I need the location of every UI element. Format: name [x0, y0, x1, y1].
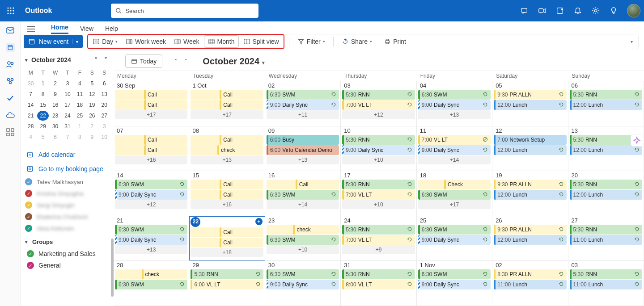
onedrive-icon[interactable]: [6, 111, 15, 120]
settings-gear-icon[interactable]: [591, 6, 600, 15]
mini-day[interactable]: 7: [25, 89, 36, 99]
mini-day[interactable]: 27: [99, 111, 110, 121]
calendar-event[interactable]: 12:00Lunch: [494, 190, 566, 200]
day-cell[interactable]: 026:30SWM9:00Daily Sync+11: [265, 81, 341, 126]
mini-day[interactable]: 10: [99, 132, 110, 142]
calendar-event[interactable]: Call: [115, 135, 187, 145]
calendar-event[interactable]: 12:00Lunch: [570, 145, 642, 155]
day-cell[interactable]: 22+CallCall+18: [189, 216, 265, 261]
calendar-event[interactable]: Call: [115, 100, 187, 110]
mini-day[interactable]: 25: [74, 111, 85, 121]
day-cell[interactable]: 035:30RNN7:00VL LT+12: [341, 81, 416, 126]
day-cell[interactable]: 30 SepCallCall+17: [114, 81, 189, 126]
mini-calendar[interactable]: MTWTFSS 30123456789101112131415161718192…: [24, 67, 111, 143]
calendar-event[interactable]: 6:30SWM: [418, 225, 491, 235]
calendar-event[interactable]: 7:00VL LT: [342, 190, 415, 200]
more-events-button[interactable]: +17: [191, 110, 263, 119]
calendar-event[interactable]: 6:30SWM: [418, 90, 491, 100]
calendar-event[interactable]: 11:00Lunch: [494, 280, 566, 289]
filter-button[interactable]: Filter ▾: [294, 35, 329, 48]
mini-day[interactable]: 12: [86, 89, 97, 99]
more-events-button[interactable]: +14: [267, 200, 339, 209]
calendar-event[interactable]: 9:30PR ALLN: [494, 180, 566, 189]
calendar-event[interactable]: 6:00VL LT: [191, 280, 263, 289]
calendar-event[interactable]: 9:00Daily Sync: [342, 145, 415, 155]
mini-day[interactable]: 3: [62, 79, 73, 88]
calendar-event[interactable]: 5:30RNN: [570, 269, 642, 279]
calendar-event[interactable]: 6:30SWM: [418, 269, 491, 279]
calendar-event[interactable]: Call: [191, 90, 263, 100]
calendar-event[interactable]: 6:00Virto Calendar Demo: [267, 145, 339, 155]
day-cell[interactable]: 216:30SWM9:00Daily Sync+13: [114, 216, 189, 261]
calendar-event[interactable]: 9:00Daily Sync: [418, 235, 491, 245]
mini-day[interactable]: 21: [25, 111, 36, 121]
calendar-event[interactable]: 9:00Daily Sync: [418, 280, 491, 289]
people-icon[interactable]: [6, 60, 15, 69]
search-input[interactable]: Search: [111, 4, 258, 18]
calendar-event[interactable]: 6:30SWM: [115, 180, 187, 189]
mini-day[interactable]: 4: [74, 79, 85, 88]
month-view-button[interactable]: Month: [204, 35, 239, 48]
day-cell[interactable]: 135:30RNN12:00Lunch: [568, 126, 644, 171]
more-events-button[interactable]: +10: [267, 245, 339, 254]
calendar-event[interactable]: 5:30RNN: [342, 180, 415, 189]
calendar-event[interactable]: 9:00Daily Sync: [418, 100, 491, 110]
more-events-button[interactable]: +10: [342, 155, 415, 164]
calendar-event[interactable]: 12:00Lunch: [494, 100, 566, 110]
mini-day[interactable]: 13: [99, 89, 110, 99]
calendar-event[interactable]: Call: [191, 190, 263, 200]
more-events-button[interactable]: +18: [191, 248, 263, 257]
calendar-event[interactable]: check: [267, 225, 339, 235]
chevron-down-icon[interactable]: ▾: [72, 39, 78, 44]
mini-day[interactable]: 16: [50, 100, 61, 110]
workweek-view-button[interactable]: Work week: [122, 35, 169, 48]
account-avatar[interactable]: [627, 4, 640, 17]
calendar-event[interactable]: check: [115, 269, 187, 279]
calendar-event[interactable]: 5:30RNN: [342, 269, 415, 279]
mini-day[interactable]: 3: [99, 122, 110, 131]
teams-chat-icon[interactable]: [520, 6, 529, 15]
mini-day[interactable]: 9: [50, 89, 61, 99]
calendar-owner-item[interactable]: Tatev Malkhasyan: [24, 176, 111, 188]
day-cell[interactable]: 23check6:30SWM+10: [265, 216, 341, 261]
notifications-icon[interactable]: [573, 6, 582, 15]
calendar-event[interactable]: 7:00VL LT: [342, 100, 415, 110]
calendar-owner-item[interactable]: Alisa Kettunen: [24, 222, 111, 234]
meet-now-icon[interactable]: [538, 6, 547, 15]
day-cell[interactable]: 18Check6:30SWM+17: [417, 171, 492, 216]
groups-icon[interactable]: [6, 77, 15, 86]
print-button[interactable]: Print: [380, 35, 410, 48]
day-cell[interactable]: 046:30SWM9:00Daily Sync+13: [417, 81, 492, 126]
more-events-button[interactable]: +10: [342, 200, 415, 209]
calendar-event[interactable]: 9:00Daily Sync: [267, 100, 339, 110]
mini-day[interactable]: 20: [99, 100, 110, 110]
calendar-event[interactable]: 12:00Lunch: [494, 235, 566, 245]
mini-day[interactable]: 9: [86, 132, 97, 142]
calendar-owner-item[interactable]: Ekaterina Chukhont: [24, 211, 111, 222]
mini-day[interactable]: 5: [86, 79, 97, 88]
day-cell[interactable]: 295:30RNN6:00VL LT: [189, 261, 265, 306]
day-cell[interactable]: 245:30RNN7:00VL LT+9: [341, 216, 416, 261]
calendar-event[interactable]: Call: [191, 135, 263, 145]
mini-day[interactable]: 30: [25, 79, 36, 88]
mini-day[interactable]: 23: [50, 111, 61, 121]
day-cell[interactable]: 1 Nov6:30SWM9:00Daily Sync: [417, 261, 492, 306]
day-cell[interactable]: 096:00Busy6:00Virto Calendar Demo+13: [265, 126, 341, 171]
mini-day[interactable]: 14: [25, 100, 36, 110]
calendar-owner-item[interactable]: Sergi Smyugin: [24, 199, 111, 211]
calendar-event[interactable]: 9:00Daily Sync: [267, 280, 339, 289]
calendar-event[interactable]: 6:30SWM: [267, 90, 339, 100]
more-events-button[interactable]: +13: [418, 110, 491, 119]
day-cell[interactable]: 028:30PR ALLN11:00Lunch: [492, 261, 568, 306]
more-events-button[interactable]: +14: [418, 155, 491, 164]
mini-day[interactable]: 2: [50, 79, 61, 88]
toolbar-expand-icon[interactable]: ▾: [627, 34, 636, 49]
calendar-event[interactable]: 12:00Lunch: [494, 145, 566, 155]
day-cell[interactable]: 08Callcheck+13: [189, 126, 265, 171]
more-events-button[interactable]: +13: [115, 245, 187, 254]
calendar-event[interactable]: 6:30SWM: [418, 190, 491, 200]
mini-day[interactable]: 5: [37, 132, 48, 142]
calendar-event[interactable]: 9:30PR ALLN: [494, 225, 566, 235]
calendar-event[interactable]: 7:00Network Setup: [494, 135, 566, 145]
mini-day[interactable]: 1: [74, 122, 85, 131]
